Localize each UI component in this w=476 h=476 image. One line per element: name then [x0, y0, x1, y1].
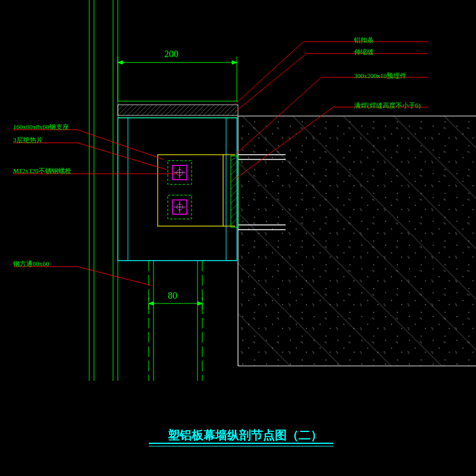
- svg-rect-8: [238, 116, 476, 366]
- cad-drawing: 200 80 铝扣条 伸缩缝 300x200x10预埋件 满焊(焊缝高度不小于6…: [0, 0, 476, 476]
- svg-rect-16: [118, 105, 238, 115]
- bolt-upper: [168, 161, 192, 184]
- label-l1: 铝扣条: [354, 36, 374, 45]
- steel-bracket: [158, 155, 235, 226]
- steel-tube: [149, 261, 202, 381]
- drawing-title: 塑铝板幕墙纵剖节点图（二）: [168, 427, 322, 443]
- concrete-slab: [238, 116, 476, 366]
- label-l7: M12x120不锈钢螺栓: [13, 167, 71, 176]
- label-l2: 伸缩缝: [354, 48, 374, 57]
- cavity-outline: [118, 118, 237, 261]
- label-l4: 满焊(焊缝高度不小于6): [354, 101, 421, 110]
- svg-rect-19: [118, 118, 237, 261]
- top-channel: [118, 101, 238, 118]
- label-l5: 160x80x8x60钢支座: [13, 123, 69, 131]
- dim-200-text: 200: [164, 49, 178, 60]
- dim-200: [118, 57, 237, 101]
- label-l8: 钢方通80x60: [13, 259, 49, 268]
- mullion-lines: [89, 0, 118, 381]
- dim-80-text: 80: [168, 290, 177, 301]
- bolt-lower: [168, 195, 192, 219]
- label-l6: 3层绝热片: [13, 136, 43, 145]
- label-l3: 300x200x10预埋件: [354, 71, 406, 80]
